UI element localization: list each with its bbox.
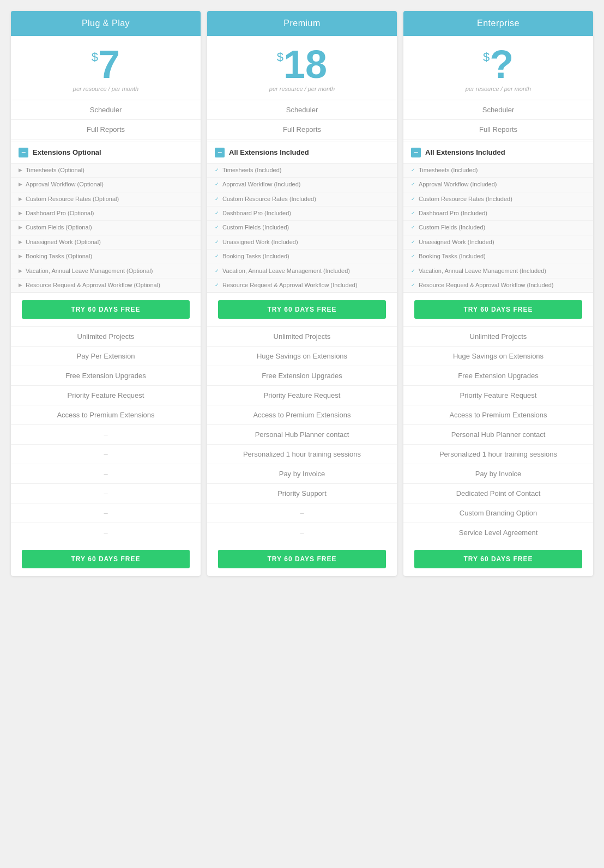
benefit-row: Huge Savings on Extensions bbox=[207, 346, 397, 366]
plan-header-enterprise: Enterprise bbox=[403, 11, 593, 36]
price-per-label: per resource / per month bbox=[213, 86, 391, 92]
arrow-icon: ▶ bbox=[19, 268, 22, 274]
extensions-list: ✓Timesheets (Included)✓Approval Workflow… bbox=[207, 163, 397, 293]
check-icon: ✓ bbox=[215, 253, 219, 259]
price-wrapper-premium: $18 bbox=[213, 47, 391, 82]
base-feature-row: Scheduler bbox=[11, 100, 201, 120]
extension-item: ✓Booking Tasks (Included) bbox=[207, 250, 397, 264]
cta-bottom-section: TRY 60 DAYS FREE bbox=[11, 542, 201, 576]
extension-item: ▶Booking Tasks (Optional) bbox=[11, 250, 201, 264]
plan-header-premium: Premium bbox=[207, 11, 397, 36]
cta-top-button[interactable]: TRY 60 DAYS FREE bbox=[414, 300, 582, 319]
extension-item: ✓Timesheets (Included) bbox=[403, 163, 593, 178]
check-icon: ✓ bbox=[215, 210, 219, 216]
base-feature-row: Full Reports bbox=[11, 120, 201, 139]
price-number: 18 bbox=[283, 47, 327, 82]
extension-item: ✓Custom Fields (Included) bbox=[207, 221, 397, 235]
benefit-row: Priority Feature Request bbox=[403, 385, 593, 405]
extension-item: ✓Approval Workflow (Included) bbox=[403, 178, 593, 192]
extensions-list: ▶Timesheets (Optional)▶Approval Workflow… bbox=[11, 163, 201, 293]
extension-text: Custom Resource Rates (Included) bbox=[222, 195, 389, 203]
price-per-label: per resource / per month bbox=[16, 86, 195, 92]
cta-top-button[interactable]: TRY 60 DAYS FREE bbox=[218, 300, 386, 319]
cta-top-section: TRY 60 DAYS FREE bbox=[11, 293, 201, 326]
extension-text: Approval Workflow (Included) bbox=[222, 180, 389, 189]
extension-item: ▶Custom Fields (Optional) bbox=[11, 221, 201, 235]
benefit-row: – bbox=[11, 523, 201, 542]
benefit-row: – bbox=[11, 444, 201, 464]
extension-text: Timesheets (Optional) bbox=[26, 166, 193, 174]
extension-item: ✓Unassigned Work (Included) bbox=[207, 235, 397, 250]
price-dollar-sign: $ bbox=[483, 51, 490, 63]
price-per-label: per resource / per month bbox=[409, 86, 588, 92]
price-wrapper-enterprise: $? bbox=[409, 47, 588, 82]
extension-text: Booking Tasks (Included) bbox=[222, 252, 389, 260]
extension-text: Timesheets (Included) bbox=[222, 166, 389, 174]
benefit-row: Pay by Invoice bbox=[403, 464, 593, 483]
extension-item: ✓Custom Resource Rates (Included) bbox=[403, 192, 593, 207]
cta-bottom-button[interactable]: TRY 60 DAYS FREE bbox=[218, 550, 386, 568]
extension-text: Unassigned Work (Included) bbox=[419, 238, 585, 246]
arrow-icon: ▶ bbox=[19, 224, 22, 230]
extension-item: ▶Approval Workflow (Optional) bbox=[11, 178, 201, 192]
benefit-row: Personal Hub Planner contact bbox=[207, 424, 397, 444]
benefit-row: Free Extension Upgrades bbox=[207, 366, 397, 385]
base-feature-row: Scheduler bbox=[207, 100, 397, 120]
extension-item: ✓Unassigned Work (Included) bbox=[403, 235, 593, 250]
extension-item: ▶Custom Resource Rates (Optional) bbox=[11, 192, 201, 207]
extension-text: Custom Fields (Included) bbox=[419, 223, 585, 232]
price-number: 7 bbox=[98, 47, 120, 82]
price-dollar-sign: $ bbox=[92, 51, 98, 63]
benefit-row: Dedicated Point of Contact bbox=[403, 483, 593, 503]
extensions-label: All Extensions Included bbox=[229, 148, 309, 156]
benefit-row: Service Level Agreement bbox=[403, 523, 593, 542]
extension-item: ✓Approval Workflow (Included) bbox=[207, 178, 397, 192]
plan-premium: Premium$18per resource / per monthSchedu… bbox=[207, 11, 397, 576]
plan-enterprise: Enterprise$?per resource / per monthSche… bbox=[403, 11, 593, 576]
cta-top-button[interactable]: TRY 60 DAYS FREE bbox=[22, 300, 190, 319]
extension-item: ✓Custom Resource Rates (Included) bbox=[207, 192, 397, 207]
extension-text: Vacation, Annual Leave Management (Inclu… bbox=[419, 267, 585, 275]
arrow-icon: ▶ bbox=[19, 196, 22, 202]
check-icon: ✓ bbox=[215, 224, 219, 230]
extensions-toggle[interactable]: −Extensions Optional bbox=[11, 142, 201, 163]
check-icon: ✓ bbox=[215, 268, 219, 274]
extension-text: Custom Resource Rates (Optional) bbox=[26, 195, 193, 203]
extension-item: ✓Timesheets (Included) bbox=[207, 163, 397, 178]
plan-plug-play: Plug & Play$7per resource / per monthSch… bbox=[11, 11, 201, 576]
price-dollar-sign: $ bbox=[277, 51, 283, 63]
check-icon: ✓ bbox=[411, 210, 415, 216]
plan-price-section-plug-play: $7per resource / per month bbox=[11, 36, 201, 100]
benefit-row: Personalized 1 hour training sessions bbox=[207, 444, 397, 464]
base-feature-row: Scheduler bbox=[403, 100, 593, 120]
extensions-label: All Extensions Included bbox=[425, 148, 505, 156]
pricing-table: Plug & Play$7per resource / per monthSch… bbox=[11, 11, 593, 576]
benefit-row: Unlimited Projects bbox=[11, 326, 201, 346]
extension-item: ▶Dashboard Pro (Optional) bbox=[11, 207, 201, 221]
extension-text: Unassigned Work (Included) bbox=[222, 238, 389, 246]
price-number: ? bbox=[490, 47, 514, 82]
extension-item: ▶Resource Request & Approval Workflow (O… bbox=[11, 278, 201, 292]
toggle-minus-icon: − bbox=[215, 148, 225, 157]
cta-bottom-button[interactable]: TRY 60 DAYS FREE bbox=[414, 550, 582, 568]
cta-top-section: TRY 60 DAYS FREE bbox=[207, 293, 397, 326]
plan-price-section-enterprise: $?per resource / per month bbox=[403, 36, 593, 100]
extensions-toggle[interactable]: −All Extensions Included bbox=[207, 142, 397, 163]
check-icon: ✓ bbox=[411, 282, 415, 288]
extension-text: Approval Workflow (Optional) bbox=[26, 180, 193, 189]
benefit-row: – bbox=[11, 483, 201, 503]
extensions-toggle[interactable]: −All Extensions Included bbox=[403, 142, 593, 163]
benefit-row: Custom Branding Option bbox=[403, 503, 593, 523]
extension-text: Custom Resource Rates (Included) bbox=[419, 195, 585, 203]
toggle-minus-icon: − bbox=[19, 148, 28, 157]
extension-text: Resource Request & Approval Workflow (Op… bbox=[26, 281, 193, 289]
cta-bottom-button[interactable]: TRY 60 DAYS FREE bbox=[22, 550, 190, 568]
benefit-row: Access to Premium Extensions bbox=[207, 405, 397, 424]
benefit-row: – bbox=[207, 523, 397, 542]
check-icon: ✓ bbox=[215, 282, 219, 288]
check-icon: ✓ bbox=[411, 253, 415, 259]
arrow-icon: ▶ bbox=[19, 253, 22, 259]
toggle-minus-icon: − bbox=[411, 148, 421, 157]
check-icon: ✓ bbox=[215, 196, 219, 202]
check-icon: ✓ bbox=[215, 239, 219, 245]
